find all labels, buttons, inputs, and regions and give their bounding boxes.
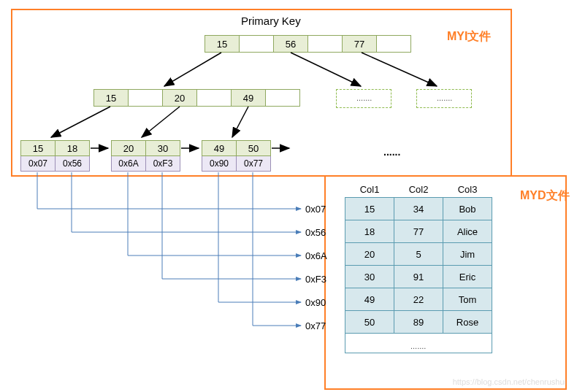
addr-cell: 0x6A [112, 156, 146, 171]
ptr-cell [377, 36, 410, 52]
ptr-cell [129, 90, 163, 106]
row-addr: 0x6A [305, 250, 327, 261]
row-addr: 0x77 [305, 320, 326, 331]
key-cell: 49 [202, 141, 237, 155]
key-cell: 77 [343, 36, 377, 52]
primary-key-title: Primary Key [241, 15, 301, 27]
table-row: 1877Alice [345, 220, 492, 243]
btree-leaf: 15 18 0x07 0x56 [20, 140, 90, 172]
table-row: 3091Eric [345, 266, 492, 288]
dashed-dots: ....... [356, 93, 372, 102]
table-row: 4922Tom [345, 288, 492, 311]
myd-label: MYD文件 [520, 188, 570, 204]
addr-cell: 0xF3 [146, 156, 180, 171]
diagram-canvas: MYI文件 MYD文件 Primary Key 15 56 77 15 20 4… [0, 0, 577, 392]
watermark: https://blog.csdn.net/chenrushui [453, 377, 566, 386]
table-row: 1534Bob [345, 198, 492, 220]
col-header: Col3 [443, 181, 492, 198]
addr-cell: 0x56 [56, 156, 89, 171]
ptr-cell [197, 90, 232, 106]
key-cell: 20 [112, 141, 146, 155]
row-addr: 0xF3 [305, 274, 326, 285]
key-cell: 15 [94, 90, 129, 106]
table-dots: ....... [410, 342, 426, 350]
addr-cell: 0x77 [237, 156, 270, 171]
dots: ...... [383, 146, 400, 158]
col-header: Col1 [345, 181, 394, 198]
data-table: Col1 Col2 Col3 1534Bob 1877Alice 205Jim … [345, 181, 492, 353]
row-addr: 0x90 [305, 297, 326, 308]
ptr-cell [308, 36, 343, 52]
row-addr: 0x56 [305, 227, 326, 238]
btree-root: 15 56 77 [205, 35, 411, 53]
addr-cell: 0x90 [202, 156, 237, 171]
dashed-dots: ....... [437, 93, 452, 102]
ptr-cell [266, 90, 299, 106]
btree-leaf: 49 50 0x90 0x77 [202, 140, 271, 172]
row-addr: 0x07 [305, 204, 326, 215]
key-cell: 15 [21, 141, 56, 155]
key-cell: 18 [56, 141, 89, 155]
key-cell: 20 [163, 90, 197, 106]
key-cell: 15 [205, 36, 240, 52]
table-row: 205Jim [345, 243, 492, 266]
col-header: Col2 [394, 181, 443, 198]
myi-label: MYI文件 [447, 29, 491, 45]
key-cell: 56 [274, 36, 308, 52]
addr-cell: 0x07 [21, 156, 56, 171]
key-cell: 50 [237, 141, 270, 155]
key-cell: 49 [232, 90, 266, 106]
key-cell: 30 [146, 141, 180, 155]
ptr-cell [240, 36, 274, 52]
table-row: 5089Rose [345, 311, 492, 334]
btree-mid: 15 20 49 [93, 89, 300, 107]
btree-leaf: 20 30 0x6A 0xF3 [111, 140, 180, 172]
